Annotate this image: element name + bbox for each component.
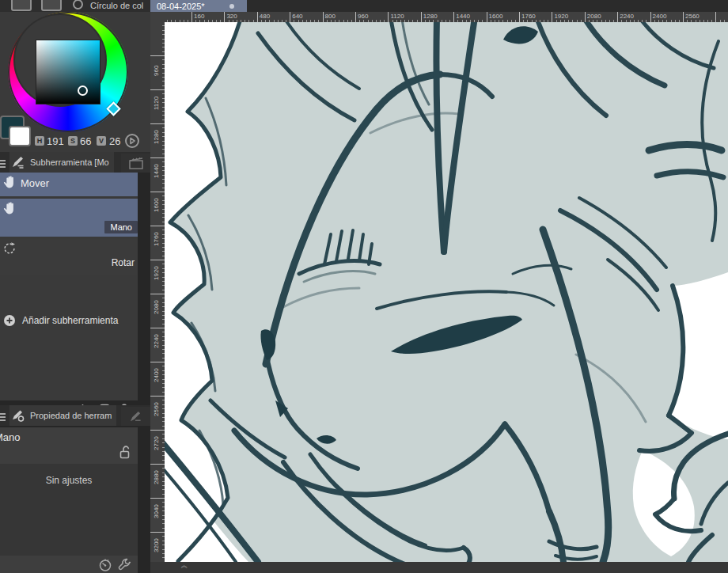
ruler-tick [150, 192, 165, 192]
ruler-tick [150, 123, 165, 124]
ruler-tick [150, 157, 165, 158]
sv-marker[interactable] [78, 85, 88, 96]
ruler-label: 320 [226, 13, 237, 20]
ruler-tick [585, 12, 586, 22]
ruler-label: 2080 [153, 300, 160, 314]
ruler-label: 1280 [423, 13, 438, 20]
value-value[interactable]: 26 [109, 135, 120, 147]
subtool-tab[interactable]: Subherramienta [Mo [9, 152, 114, 173]
document-tab[interactable]: 08-04-2025* [150, 0, 247, 12]
document-tab-title: 08-04-2025* [157, 2, 205, 11]
ruler-tick [150, 328, 165, 328]
ruler-tick [150, 55, 165, 56]
ruler-corner [150, 12, 165, 22]
ruler-label: 2560 [685, 13, 700, 20]
expand-statusbar-button[interactable]: ︽ [179, 563, 190, 567]
ruler-label: 3040 [153, 504, 160, 518]
ruler-label: 2400 [653, 13, 667, 20]
ruler-label: 800 [325, 13, 336, 20]
unlock-icon[interactable] [119, 445, 131, 459]
ruler-tick [150, 464, 165, 465]
ruler-label: 2240 [620, 13, 634, 20]
background-color-swatch[interactable] [9, 126, 31, 146]
current-tool-name: Mano [0, 431, 21, 443]
tool-property-panel: Propiedad de herram Mano Sin ajustes [0, 405, 150, 573]
color-slider-tab-icon[interactable] [41, 0, 62, 11]
subtool-item-mano[interactable]: Mano [0, 199, 138, 237]
tool-property-footer [0, 556, 138, 573]
status-bar: ︽ [150, 562, 728, 573]
subtool-item-label: Mano [104, 221, 138, 233]
ruler-tick [388, 12, 389, 22]
ruler-label: 2720 [153, 436, 160, 450]
ruler-tick [487, 12, 487, 22]
hand-icon [2, 201, 17, 216]
tool-property-body: Sin ajustes [0, 464, 138, 556]
canvas[interactable] [165, 22, 728, 562]
ruler-label: 2240 [153, 334, 160, 348]
subtool-item-label: Rotar [112, 257, 135, 268]
subtool-list: Mover Mano Rotar Añadir subherramienta [0, 173, 138, 400]
ruler-tick [421, 12, 422, 22]
tool-property-tab-label: Propiedad de herram [30, 411, 112, 420]
canvas-artwork [165, 22, 728, 562]
tool-property-header: Mano [0, 427, 138, 464]
timeline-tab[interactable] [121, 154, 150, 173]
ruler-tick [150, 430, 165, 431]
plus-circle-icon [3, 314, 16, 327]
ruler-label: 960 [153, 66, 160, 76]
ruler-tick [150, 294, 165, 294]
hue-value[interactable]: 191 [47, 135, 64, 147]
ruler-label: 1600 [153, 198, 160, 212]
ruler-label: 1920 [554, 13, 568, 20]
ruler-label: 3200 [153, 538, 160, 552]
ruler-tick [150, 362, 165, 362]
hand-icon [2, 175, 17, 190]
ruler-tick [224, 12, 225, 22]
subtool-group-mover[interactable]: Mover [0, 173, 138, 196]
add-subtool-button[interactable]: Añadir subherramienta [0, 310, 138, 331]
subtool-tab-label: Subherramienta [Mo [30, 157, 109, 167]
value-chip: V [97, 136, 106, 146]
ruler-label: 2560 [153, 402, 160, 416]
tool-property-tab[interactable]: Propiedad de herram [9, 405, 116, 426]
wrench-icon[interactable] [117, 558, 131, 572]
ruler-label: 960 [358, 13, 368, 20]
ruler-tick [290, 12, 290, 22]
brush-size-tab[interactable] [121, 407, 150, 426]
color-mode-play-button[interactable] [124, 133, 140, 149]
rotate-icon [2, 241, 17, 256]
ruler-tick [683, 12, 684, 22]
ruler-label: 2400 [153, 368, 160, 382]
ruler-label: 2080 [587, 13, 601, 20]
ruler-tick [257, 12, 258, 22]
color-wheel-tab-icon[interactable] [73, 0, 83, 9]
subtool-item-rotar[interactable]: Rotar [0, 239, 138, 275]
ruler-label: 1280 [153, 130, 160, 144]
ruler-tick [323, 12, 324, 22]
add-subtool-label: Añadir subherramienta [22, 315, 118, 326]
ruler-label: 1760 [153, 232, 160, 246]
panel-menu-icon[interactable] [0, 412, 6, 419]
saturation-value[interactable]: 66 [80, 135, 91, 147]
subtool-group-label: Mover [21, 177, 49, 189]
film-icon [129, 157, 143, 169]
saturation-value-square[interactable] [36, 40, 100, 104]
ruler-tick [150, 498, 165, 499]
unsaved-indicator-dot [229, 4, 234, 9]
left-panel-column: Círculo de col H 191 S 66 V 26 Subherram… [0, 0, 150, 573]
timer-icon[interactable] [98, 558, 112, 572]
ruler-tick [552, 12, 552, 22]
ruler-tick [150, 89, 165, 90]
ruler-tick [519, 12, 520, 22]
ruler-tick [355, 12, 356, 22]
hue-chip: H [35, 136, 44, 146]
no-settings-message: Sin ajustes [0, 475, 138, 486]
ruler-tick [617, 12, 618, 22]
panel-menu-icon[interactable] [0, 158, 6, 166]
ruler-label: 1920 [153, 266, 160, 280]
saturation-chip: S [68, 136, 78, 146]
color-panel-tab-label[interactable]: Círculo de col [90, 1, 143, 10]
color-set-tab-icon[interactable] [11, 0, 32, 11]
ruler-label: 1600 [489, 13, 503, 20]
